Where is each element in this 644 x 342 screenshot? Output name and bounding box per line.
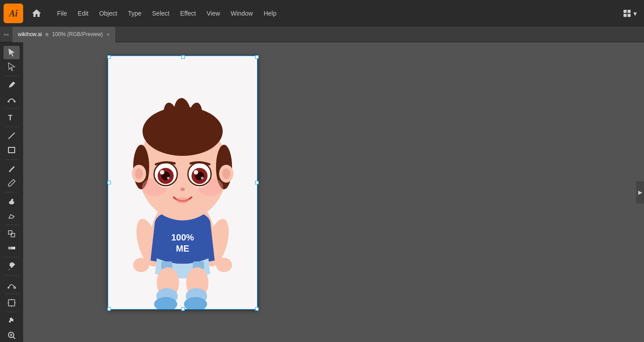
curvature-tool[interactable] (4, 93, 20, 106)
blend-tool[interactable] (4, 278, 20, 291)
svg-point-64 (160, 170, 164, 175)
svg-rect-3 (628, 14, 631, 17)
svg-text:100%: 100% (171, 232, 194, 242)
blob-brush-tool[interactable] (4, 194, 20, 208)
svg-text:T: T (8, 114, 12, 122)
tool-separator-6 (5, 224, 18, 225)
workspace-dropdown-arrow: ▾ (633, 9, 637, 18)
svg-point-52 (135, 168, 143, 179)
tab-filename: wikihow.ai (18, 31, 42, 37)
tool-separator-4 (5, 159, 18, 160)
svg-rect-8 (8, 147, 15, 153)
toolbar: T (0, 42, 23, 342)
menu-window[interactable]: Window (225, 0, 258, 27)
tab-close-button[interactable]: × (106, 32, 110, 37)
tool-separator-3 (5, 126, 18, 127)
zoom-tool[interactable] (4, 329, 20, 342)
rectangle-tool[interactable] (4, 143, 20, 157)
tool-separator-10 (5, 312, 18, 312)
shape-builder-tool[interactable] (4, 227, 20, 240)
pencil-tool[interactable] (4, 176, 20, 190)
collapse-arrow: «« (4, 32, 9, 37)
tool-separator-9 (5, 293, 18, 294)
main-area: T (0, 42, 644, 342)
handle-bottom-center[interactable] (181, 307, 185, 311)
svg-text:ME: ME (176, 244, 189, 253)
baby-illustration: 100% ME (108, 56, 257, 309)
menu-file[interactable]: File (52, 0, 73, 27)
gradient-tool[interactable] (4, 241, 20, 255)
svg-point-4 (8, 101, 9, 102)
handle-top-center[interactable] (181, 55, 185, 59)
menu-select[interactable]: Select (147, 0, 175, 27)
svg-rect-1 (628, 10, 631, 13)
tool-separator-1 (5, 76, 18, 76)
home-button[interactable] (27, 4, 46, 23)
svg-rect-15 (8, 300, 15, 306)
right-panel-expand-button[interactable]: ▶ (636, 181, 644, 204)
handle-top-right[interactable] (255, 55, 259, 59)
tool-separator-2 (5, 108, 18, 109)
tab-info: 100% (RGB/Preview) (52, 31, 103, 37)
tab-bar: «« wikihow.ai 100% (RGB/Preview) × (0, 27, 644, 42)
handle-bottom-left[interactable] (107, 307, 111, 311)
workspace-switcher[interactable]: ▾ (619, 7, 640, 20)
hand-tool[interactable] (4, 314, 20, 328)
svg-rect-10 (8, 231, 12, 234)
svg-rect-11 (11, 233, 15, 237)
panel-collapse-button[interactable]: «« (0, 27, 12, 42)
svg-point-53 (222, 168, 230, 179)
svg-point-69 (176, 197, 189, 204)
artboard-tool[interactable] (4, 296, 20, 309)
svg-point-29 (216, 258, 232, 272)
type-tool[interactable]: T (4, 111, 20, 124)
tab-modified-indicator (45, 33, 49, 36)
svg-rect-0 (624, 10, 627, 13)
tool-separator-7 (5, 257, 18, 257)
direct-selection-tool[interactable] (4, 60, 20, 73)
ai-logo: Ai (4, 4, 23, 23)
svg-point-5 (14, 101, 16, 102)
svg-point-13 (8, 287, 9, 289)
handle-middle-left[interactable] (107, 181, 111, 184)
document-canvas: 100% ME (108, 56, 257, 309)
eyedropper-tool[interactable] (4, 260, 20, 273)
svg-point-67 (201, 177, 204, 179)
line-tool[interactable] (4, 129, 20, 142)
handle-top-left[interactable] (107, 55, 111, 59)
selection-tool[interactable] (4, 46, 20, 59)
svg-rect-12 (8, 247, 15, 249)
svg-rect-2 (624, 14, 627, 17)
menu-effect[interactable]: Effect (175, 0, 201, 27)
right-panel-arrow-icon: ▶ (638, 189, 642, 195)
svg-point-66 (167, 177, 170, 179)
ai-logo-text: Ai (9, 8, 18, 19)
menu-type[interactable]: Type (122, 0, 147, 27)
menu-object[interactable]: Object (94, 0, 122, 27)
handle-bottom-right[interactable] (255, 307, 259, 311)
svg-point-68 (180, 187, 185, 191)
handle-middle-right[interactable] (255, 181, 259, 184)
svg-point-28 (133, 258, 149, 272)
paintbrush-tool[interactable] (4, 162, 20, 175)
menu-edit[interactable]: Edit (73, 0, 94, 27)
canvas-area[interactable]: 100% ME (23, 42, 644, 342)
document-tab[interactable]: wikihow.ai 100% (RGB/Preview) × (12, 27, 116, 42)
tool-separator-5 (5, 192, 18, 192)
svg-line-21 (13, 337, 15, 339)
pen-tool[interactable] (4, 78, 20, 92)
menu-help[interactable]: Help (258, 0, 282, 27)
svg-point-65 (194, 170, 198, 175)
menu-view[interactable]: View (201, 0, 225, 27)
menu-bar: Ai File Edit Object Type Select Effect V… (0, 0, 644, 27)
svg-line-7 (8, 133, 15, 139)
eraser-tool[interactable] (4, 209, 20, 222)
tool-separator-8 (5, 275, 18, 276)
